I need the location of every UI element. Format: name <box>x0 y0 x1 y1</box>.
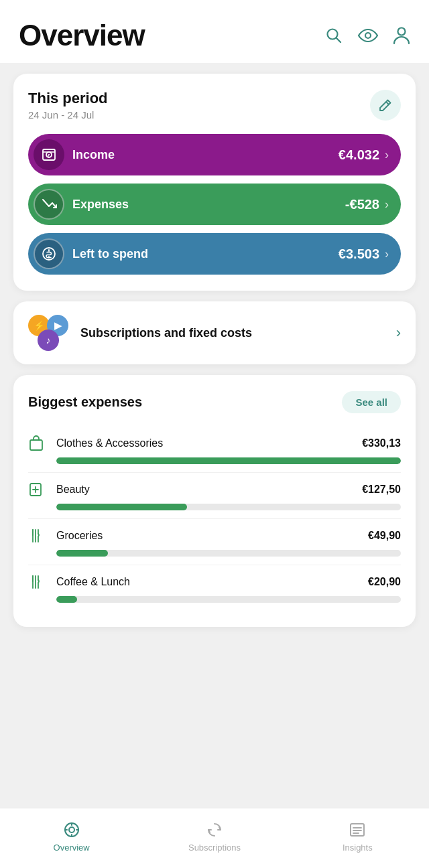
expenses-section-header: Biggest expenses See all <box>28 391 401 413</box>
expense-name: Clothes & Accessories <box>56 437 353 449</box>
expense-item[interactable]: Groceries €49,90 <box>28 519 401 565</box>
subscriptions-title: Subscriptions and fixed costs <box>80 326 252 340</box>
expenses-row[interactable]: Expenses -€528 › <box>28 184 401 225</box>
leftspend-icon-circle <box>34 238 64 269</box>
svg-point-27 <box>69 827 74 833</box>
subscriptions-card[interactable]: ⚡ ▶ ♪ Subscriptions and fixed costs › <box>13 301 416 364</box>
expense-category-icon <box>28 481 47 498</box>
nav-label-subscriptions: Subscriptions <box>188 843 241 853</box>
expense-name: Coffee & Lunch <box>56 576 359 588</box>
app-header: Overview <box>0 0 429 63</box>
nav-item-subscriptions[interactable]: Subscriptions <box>143 820 286 853</box>
svg-rect-14 <box>30 440 42 450</box>
expense-category-icon <box>28 435 47 452</box>
expense-bar <box>56 550 108 557</box>
biggest-expenses-title: Biggest expenses <box>28 394 142 410</box>
subscriptions-nav-icon <box>205 820 224 839</box>
period-date: 24 Jun - 24 Jul <box>28 109 108 121</box>
nav-label-overview: Overview <box>54 843 90 853</box>
svg-point-3 <box>398 28 406 35</box>
profile-icon[interactable] <box>393 26 410 45</box>
period-card: This period 24 Jun - 24 Jul <box>13 74 416 291</box>
expense-amount: €49,90 <box>368 530 401 542</box>
expense-bar-container <box>56 504 401 510</box>
expense-bar-container <box>56 596 401 603</box>
music-icon: ♪ <box>38 330 59 351</box>
income-row[interactable]: € Income €4.032 › <box>28 134 401 175</box>
expense-category-icon <box>28 527 47 545</box>
expenses-amount: -€528 <box>345 197 379 212</box>
finance-rows: € Income €4.032 › <box>28 134 401 275</box>
income-icon-circle: € <box>34 139 64 170</box>
nav-item-overview[interactable]: Overview <box>0 820 143 853</box>
leftspend-label: Left to spend <box>72 247 148 261</box>
period-title: This period <box>28 90 108 107</box>
income-label: Income <box>72 148 115 162</box>
expense-bar <box>56 504 187 510</box>
nav-label-insights: Insights <box>343 843 373 853</box>
leftspend-chevron: › <box>385 247 389 261</box>
period-info: This period 24 Jun - 24 Jul <box>28 90 108 121</box>
see-all-button[interactable]: See all <box>342 391 401 413</box>
expense-name: Beauty <box>56 484 353 496</box>
expense-bar <box>56 596 77 603</box>
expense-item[interactable]: Beauty €127,50 <box>28 473 401 519</box>
svg-rect-32 <box>351 824 364 836</box>
page-title: Overview <box>19 19 145 52</box>
header-actions <box>324 26 410 45</box>
expense-bar-container <box>56 550 401 557</box>
subscription-icons: ⚡ ▶ ♪ <box>28 315 71 351</box>
nav-item-insights[interactable]: Insights <box>286 820 429 853</box>
expenses-chevron: › <box>385 198 389 212</box>
expense-name: Groceries <box>56 530 359 542</box>
expense-amount: €330,13 <box>362 437 401 449</box>
edit-period-button[interactable] <box>370 90 401 121</box>
overview-nav-icon <box>62 820 81 839</box>
expenses-icon-circle <box>34 189 64 220</box>
svg-point-2 <box>365 33 371 38</box>
expense-item[interactable]: Clothes & Accessories €330,13 <box>28 427 401 473</box>
eye-icon[interactable] <box>358 28 378 43</box>
biggest-expenses-card: Biggest expenses See all Clothes & Acces… <box>13 375 416 627</box>
income-amount: €4.032 <box>339 147 379 163</box>
bottom-navigation: Overview Subscriptions Insights <box>0 808 429 868</box>
expense-bar-container <box>56 457 401 464</box>
search-icon[interactable] <box>324 26 343 45</box>
subscriptions-chevron: › <box>396 324 401 342</box>
pencil-icon <box>379 98 392 112</box>
expenses-label: Expenses <box>72 198 129 212</box>
expense-bar <box>56 457 401 464</box>
income-chevron: › <box>385 148 389 162</box>
period-header: This period 24 Jun - 24 Jul <box>28 90 401 121</box>
expense-amount: €20,90 <box>368 576 401 588</box>
expense-amount: €127,50 <box>362 484 401 496</box>
svg-line-1 <box>336 38 341 42</box>
main-content: This period 24 Jun - 24 Jul <box>0 63 429 808</box>
svg-text:€: € <box>48 153 50 158</box>
leftspend-amount: €3.503 <box>339 246 379 262</box>
expense-category-icon <box>28 573 47 591</box>
expense-item[interactable]: Coffee & Lunch €20,90 <box>28 565 401 611</box>
left-to-spend-row[interactable]: Left to spend €3.503 › <box>28 233 401 275</box>
expense-items-list: Clothes & Accessories €330,13 Beauty €12… <box>28 427 401 611</box>
svg-line-4 <box>386 102 389 104</box>
insights-nav-icon <box>348 820 367 839</box>
